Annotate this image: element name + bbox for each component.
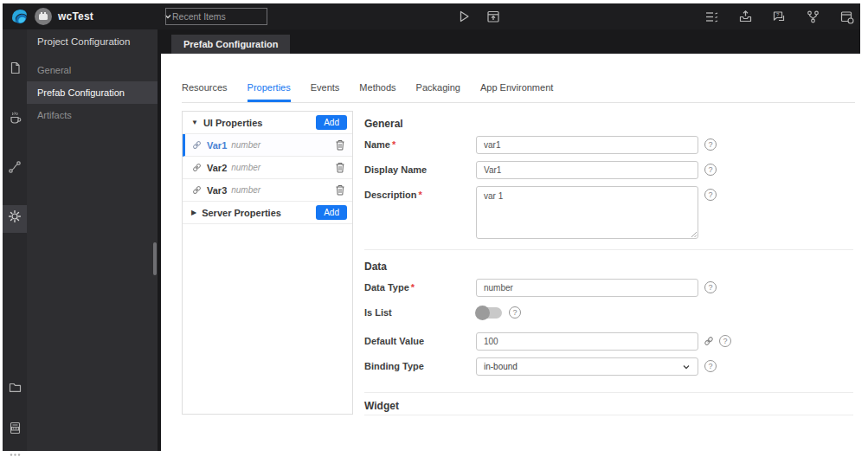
- main-content: Prefab Configuration Resources Propertie…: [161, 29, 860, 451]
- gear-icon: [7, 209, 23, 224]
- required-marker: *: [392, 139, 395, 150]
- trash-icon: [335, 162, 345, 173]
- trash-icon: [335, 184, 345, 196]
- icon-rail: [3, 29, 27, 451]
- help-icon[interactable]: ?: [704, 164, 717, 176]
- run-button[interactable]: [456, 9, 472, 24]
- run-group: [456, 3, 501, 29]
- window-switch-icon: [839, 9, 855, 25]
- export-icon: [737, 9, 754, 25]
- feedback-button[interactable]: ?: [771, 9, 788, 25]
- binding-type-label: Binding Type: [364, 361, 424, 371]
- switch-project-button[interactable]: [839, 9, 855, 25]
- default-value-label: Default Value: [364, 336, 424, 346]
- help-icon[interactable]: ?: [704, 189, 717, 201]
- feedback-chat-icon: ?: [771, 9, 788, 25]
- rail-item-apis[interactable]: [3, 154, 27, 180]
- caret-right-icon: ▶: [191, 209, 196, 216]
- app-preview-icon: [485, 9, 501, 24]
- sidebar-item-general[interactable]: General: [27, 59, 158, 81]
- name-label: Name*: [364, 139, 395, 150]
- rail-item-java-services[interactable]: [3, 105, 27, 131]
- rail-item-logs[interactable]: [3, 415, 27, 441]
- tab-resources[interactable]: Resources: [182, 82, 228, 102]
- help-icon[interactable]: ?: [509, 306, 521, 319]
- tab-packaging[interactable]: Packaging: [416, 82, 460, 102]
- panel-scrollbar-thumb[interactable]: [153, 242, 157, 275]
- section-title-general: General: [364, 118, 403, 130]
- content-area: Resources Properties Events Methods Pack…: [161, 54, 860, 451]
- caret-down-icon: ▼: [191, 119, 198, 126]
- display-name-label: Display Name: [364, 164, 427, 175]
- add-ui-property-button[interactable]: Add: [316, 115, 347, 130]
- folder-icon: [8, 380, 23, 395]
- tab-properties[interactable]: Properties: [248, 82, 291, 102]
- link-icon: [191, 139, 203, 151]
- bind-default-value-button[interactable]: [703, 335, 715, 347]
- property-name: Var3: [207, 185, 227, 196]
- svg-text:?: ?: [776, 12, 780, 17]
- log-file-icon: [8, 421, 23, 435]
- property-item-var2[interactable]: Var2 number: [183, 157, 352, 179]
- file-icon: [8, 61, 23, 75]
- tab-app-environment[interactable]: App Environment: [480, 82, 553, 102]
- property-name: Var1: [207, 140, 227, 151]
- export-button[interactable]: [737, 9, 754, 25]
- help-icon[interactable]: ?: [704, 138, 717, 151]
- binding-type-value: in-bound: [484, 362, 682, 371]
- recent-items-input[interactable]: [165, 8, 267, 25]
- is-list-label: Is List: [364, 307, 392, 318]
- tab-bar: Resources Properties Events Methods Pack…: [182, 82, 855, 103]
- project-switcher[interactable]: wcTest: [35, 3, 174, 29]
- link-icon: [191, 184, 203, 196]
- rail-item-more[interactable]: [3, 441, 27, 457]
- description-label: Description*: [364, 190, 422, 200]
- page-tab-prefab-configuration[interactable]: Prefab Configuration: [171, 35, 290, 54]
- section-title-data: Data: [364, 261, 387, 273]
- prefab-avatar-icon: [39, 14, 48, 20]
- topbar-right-icons: ?: [704, 3, 855, 29]
- delete-var2-button[interactable]: [335, 162, 345, 173]
- toggle-knob: [475, 306, 490, 320]
- data-type-input[interactable]: [476, 279, 698, 297]
- section-title-widget: Widget: [364, 400, 399, 412]
- name-input[interactable]: [476, 136, 698, 154]
- app-window: wcTest: [3, 3, 860, 451]
- rail-item-settings[interactable]: [3, 203, 27, 229]
- help-icon[interactable]: ?: [704, 281, 717, 293]
- default-value-input[interactable]: [476, 332, 698, 351]
- property-type: number: [231, 140, 331, 150]
- config-list-button[interactable]: [704, 9, 720, 25]
- ui-properties-group-header[interactable]: ▼ UI Properties Add: [183, 112, 352, 134]
- more-icon: [8, 447, 23, 457]
- property-item-var3[interactable]: Var3 number: [183, 179, 352, 202]
- delete-var3-button[interactable]: [335, 184, 345, 196]
- section-divider: [364, 392, 853, 393]
- fork-button[interactable]: [805, 9, 821, 25]
- display-name-input[interactable]: [476, 161, 698, 179]
- sidebar-item-prefab-configuration[interactable]: Prefab Configuration: [27, 81, 158, 104]
- server-properties-group-header[interactable]: ▶ Server Properties Add: [183, 202, 352, 224]
- project-avatar: [35, 8, 52, 25]
- sidebar-item-artifacts[interactable]: Artifacts: [27, 104, 158, 126]
- trash-icon: [335, 139, 345, 151]
- help-icon[interactable]: ?: [704, 360, 717, 372]
- add-server-property-button[interactable]: Add: [316, 205, 347, 220]
- panel-title: Project Configuration: [27, 29, 158, 54]
- tab-methods[interactable]: Methods: [359, 82, 395, 102]
- rail-item-file-explorer[interactable]: [3, 374, 27, 400]
- rail-item-files[interactable]: [3, 55, 27, 80]
- help-icon[interactable]: ?: [719, 335, 731, 347]
- property-item-var1[interactable]: Var1 number: [183, 134, 352, 157]
- tab-events[interactable]: Events: [311, 82, 340, 102]
- wavemaker-logo[interactable]: [9, 6, 29, 27]
- description-textarea[interactable]: var 1: [476, 186, 698, 239]
- group-title: UI Properties: [203, 118, 316, 128]
- required-marker: *: [411, 282, 415, 293]
- delete-var1-button[interactable]: [335, 139, 345, 151]
- link-icon: [703, 335, 715, 347]
- list-settings-icon: [704, 9, 720, 25]
- preview-button[interactable]: [485, 9, 501, 24]
- binding-type-select[interactable]: in-bound: [476, 357, 698, 376]
- is-list-toggle[interactable]: [476, 307, 502, 319]
